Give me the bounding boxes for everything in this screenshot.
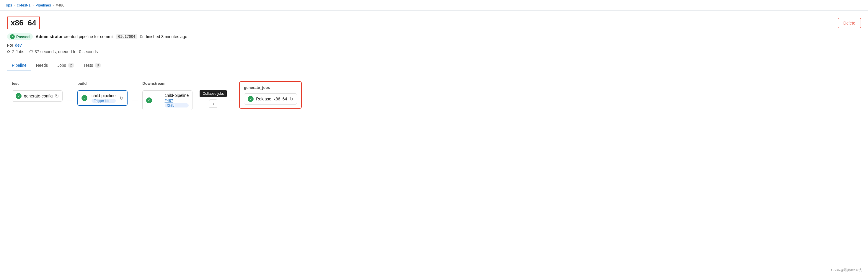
arrow-build-downstream: — — [132, 97, 137, 103]
downstream-inner: ✓ child-pipeline #487 Child — [142, 90, 192, 110]
stage-build: build ✓ child-pipeline Trigger job ↻ — [73, 81, 132, 106]
tab-pipeline[interactable]: Pipeline — [7, 60, 31, 71]
status-description: Administrator created pipeline for commi… — [36, 34, 114, 39]
success-icon-child-pipeline: ✓ — [82, 95, 87, 101]
pipeline-graph: test ✓ generate-config ↻ — build ✓ child… — [7, 78, 861, 113]
downstream-job-info: child-pipeline #487 Child — [165, 93, 189, 107]
status-row: ✓ Passed Administrator created pipeline … — [7, 33, 861, 40]
generate-jobs-label: generate_jobs — [244, 85, 297, 90]
trigger-badge: Trigger job — [92, 99, 116, 103]
success-icon-downstream: ✓ — [146, 97, 152, 103]
retry-icon-generate-config[interactable]: ↻ — [55, 93, 59, 99]
downstream-job-link[interactable]: #487 — [165, 98, 189, 103]
breadcrumb-ci-test-1[interactable]: ci-test-1 — [17, 3, 30, 7]
branch-link[interactable]: dev — [15, 43, 22, 48]
retry-icon-child-pipeline[interactable]: ↻ — [120, 95, 123, 101]
jobs-count: 2 Jobs — [12, 49, 24, 54]
passed-label: Passed — [16, 35, 30, 39]
tab-tests[interactable]: Tests 0 — [79, 60, 106, 71]
stage-test-label: test — [12, 81, 63, 86]
tab-tests-badge: 0 — [95, 63, 101, 68]
stage-downstream-label: Downstream — [142, 81, 192, 86]
generate-jobs-col: generate_jobs ✓ Release_x86_64 ↻ — [239, 81, 302, 109]
title-row: x86_64 Delete — [7, 17, 861, 29]
retry-icon-release[interactable]: ↻ — [289, 96, 293, 102]
duration-group: ⏱ 37 seconds, queued for 0 seconds — [29, 49, 98, 54]
downstream-cards: ✓ child-pipeline #487 Child — [142, 90, 192, 110]
collapse-section: Collapse jobs ‹ — [197, 90, 229, 108]
job-name-release[interactable]: Release_x86_64 — [256, 97, 287, 101]
tab-tests-label: Tests — [84, 63, 93, 68]
stage-generate-jobs: generate_jobs ✓ Release_x86_64 ↻ — [235, 81, 306, 109]
stage-build-label: build — [78, 81, 128, 86]
jobs-row: ⟳ 2 Jobs ⏱ 37 seconds, queued for 0 seco… — [7, 49, 861, 54]
child-badge: Child — [165, 103, 189, 107]
collapse-tooltip: Collapse jobs — [199, 90, 227, 97]
commit-hash: 03d17004 — [116, 34, 137, 39]
job-card-child-pipeline-downstream: ✓ child-pipeline #487 Child — [142, 90, 192, 110]
finished-time: finished 3 minutes ago — [146, 34, 187, 39]
copy-icon[interactable]: ⧉ — [140, 34, 143, 39]
breadcrumb: ops › ci-test-1 › Pipelines › #486 — [0, 0, 868, 11]
downstream-job-name[interactable]: child-pipeline — [165, 93, 189, 98]
collapse-button[interactable]: ‹ — [209, 99, 217, 108]
job-name-child-pipeline[interactable]: child-pipeline — [92, 93, 116, 98]
stage-downstream: Downstream ✓ child-pipeline #487 Child — [137, 81, 197, 110]
page-title: x86_64 — [7, 17, 40, 29]
passed-badge: ✓ Passed — [7, 33, 33, 40]
arrow-test-build: — — [67, 97, 73, 103]
tab-needs[interactable]: Needs — [31, 60, 53, 71]
tab-pipeline-label: Pipeline — [12, 63, 27, 68]
breadcrumb-current: #486 — [56, 3, 64, 7]
for-branch-row: For dev — [7, 43, 861, 48]
job-card-release-x86: ✓ Release_x86_64 ↻ — [244, 93, 297, 104]
for-label: For — [7, 43, 13, 48]
stage-test: test ✓ generate-config ↻ — [7, 81, 67, 101]
check-icon: ✓ — [10, 34, 15, 39]
jobs-icon: ⟳ — [7, 49, 11, 54]
job-name-generate-config[interactable]: generate-config — [24, 94, 53, 98]
tab-jobs[interactable]: Jobs 2 — [53, 60, 79, 71]
tab-jobs-label: Jobs — [57, 63, 66, 68]
job-card-child-pipeline-build: ✓ child-pipeline Trigger job ↻ — [78, 90, 128, 106]
clock-icon: ⏱ — [29, 49, 33, 54]
tab-needs-label: Needs — [36, 63, 48, 68]
arrow-downstream-generate: — — [229, 97, 235, 103]
child-pipeline-info: child-pipeline Trigger job — [92, 93, 116, 103]
tab-jobs-badge: 2 — [68, 63, 74, 68]
success-icon-generate-config: ✓ — [16, 93, 22, 99]
duration-text: 37 seconds, queued for 0 seconds — [35, 49, 98, 54]
breadcrumb-pipelines[interactable]: Pipelines — [35, 3, 51, 7]
success-icon-release: ✓ — [248, 96, 254, 102]
delete-button[interactable]: Delete — [838, 18, 861, 28]
main-content: x86_64 Delete ✓ Passed Administrator cre… — [0, 11, 868, 119]
breadcrumb-ops[interactable]: ops — [6, 3, 12, 7]
job-card-generate-config: ✓ generate-config ↻ — [12, 90, 63, 101]
tabs-bar: Pipeline Needs Jobs 2 Tests 0 — [7, 60, 861, 71]
jobs-count-group: ⟳ 2 Jobs — [7, 49, 24, 54]
